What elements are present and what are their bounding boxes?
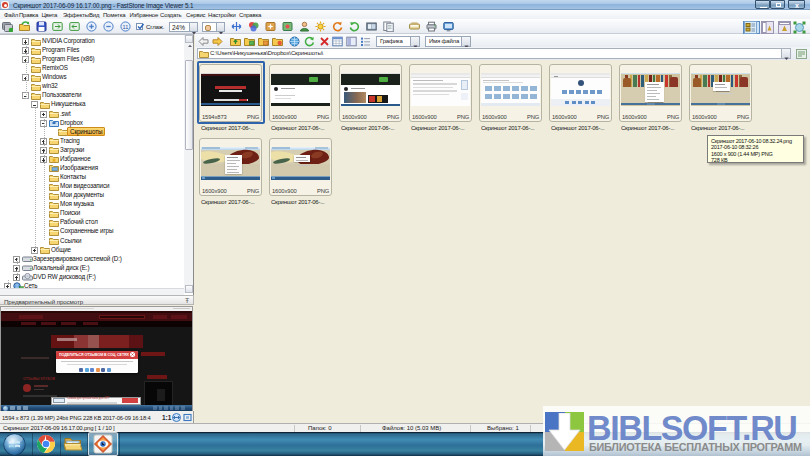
svg-text:11: 11 bbox=[123, 24, 129, 30]
